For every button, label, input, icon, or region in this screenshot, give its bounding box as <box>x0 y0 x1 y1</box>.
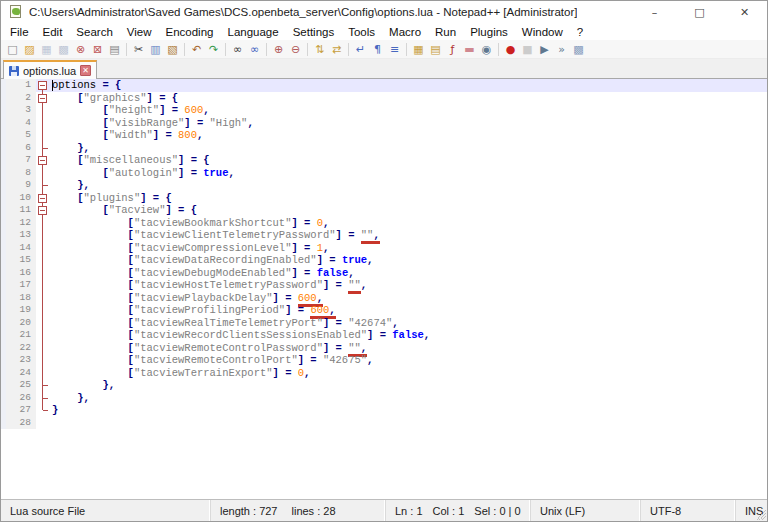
code-text[interactable]: ["tacviewRealTimeTelemetryPort"] = "4267… <box>50 317 767 330</box>
function-list-icon[interactable]: ƒ <box>444 41 461 58</box>
line-number[interactable]: 17 <box>6 279 36 292</box>
minimize-button[interactable]: – <box>632 1 677 23</box>
macro-play-icon[interactable]: ▶ <box>536 41 553 58</box>
word-wrap-icon[interactable]: ↵ <box>352 41 369 58</box>
menu-file[interactable]: File <box>3 25 36 39</box>
code-text[interactable]: ["tacviewDataRecordingEnabled"] = true, <box>50 254 767 267</box>
code-text[interactable]: ["width"] = 800, <box>50 129 767 142</box>
copy-icon[interactable]: ▥ <box>147 41 164 58</box>
menu-tools[interactable]: Tools <box>341 25 382 39</box>
tab-options-lua[interactable]: options.lua ✕ <box>3 60 97 79</box>
line-number[interactable]: 10 <box>6 192 36 205</box>
new-file-icon[interactable]: □ <box>4 41 21 58</box>
cut-icon[interactable]: ✂ <box>130 41 147 58</box>
close-button[interactable]: ✕ <box>722 1 767 23</box>
line-number[interactable]: 24 <box>6 367 36 380</box>
line-number[interactable]: 27 <box>6 404 36 417</box>
line-number[interactable]: 28 <box>6 417 36 430</box>
line-number[interactable]: 12 <box>6 217 36 230</box>
tab-close-icon[interactable]: ✕ <box>80 65 91 76</box>
line-number[interactable]: 9 <box>6 179 36 192</box>
line-number[interactable]: 19 <box>6 304 36 317</box>
fold-collapse-icon[interactable] <box>36 192 50 205</box>
code-text[interactable]: ["tacviewHostTelemetryPassword"] = "", <box>50 279 767 292</box>
menu-help[interactable]: ? <box>570 25 590 39</box>
menu-window[interactable]: Window <box>515 25 570 39</box>
menu-settings[interactable]: Settings <box>286 25 342 39</box>
folder-as-workspace-icon[interactable]: ▬ <box>461 41 478 58</box>
zoom-out-icon[interactable]: ⊖ <box>287 41 304 58</box>
line-number[interactable]: 7 <box>6 154 36 167</box>
code-text[interactable]: ["tacviewRecordClientsSessionsEnabled"] … <box>50 329 767 342</box>
menu-view[interactable]: View <box>120 25 159 39</box>
menu-search[interactable]: Search <box>69 25 119 39</box>
line-number[interactable]: 16 <box>6 267 36 280</box>
line-number[interactable]: 13 <box>6 229 36 242</box>
menu-language[interactable]: Language <box>220 25 285 39</box>
code-text[interactable]: ["tacviewClientTelemetryPassword"] = "", <box>50 229 767 242</box>
indent-guide-icon[interactable]: ≡ <box>386 41 403 58</box>
fold-collapse-icon[interactable] <box>36 154 50 167</box>
fold-collapse-icon[interactable] <box>36 204 50 217</box>
status-encoding[interactable]: UTF-8 <box>641 500 736 521</box>
redo-icon[interactable]: ↷ <box>205 41 222 58</box>
show-all-characters-icon[interactable]: ¶ <box>369 41 386 58</box>
line-number[interactable]: 1 <box>6 79 36 92</box>
code-text[interactable]: ["Tacview"] = { <box>50 204 767 217</box>
code-text[interactable]: options = { <box>50 79 767 92</box>
resize-grip[interactable] <box>756 510 766 520</box>
code-text[interactable]: }, <box>50 142 767 155</box>
code-text[interactable] <box>50 417 767 430</box>
code-text[interactable]: }, <box>50 179 767 192</box>
line-number[interactable]: 6 <box>6 142 36 155</box>
line-number[interactable]: 8 <box>6 167 36 180</box>
macro-run-multiple-icon[interactable]: » <box>553 41 570 58</box>
status-eol-format[interactable]: Unix (LF) <box>531 500 641 521</box>
sync-vertical-scrolling-icon[interactable]: ⇅ <box>311 41 328 58</box>
fold-collapse-icon[interactable] <box>36 92 50 105</box>
line-number[interactable]: 4 <box>6 117 36 130</box>
close-all-icon[interactable]: ⊠ <box>89 41 106 58</box>
code-text[interactable]: ["tacviewRemoteControlPort"] = "42675", <box>50 354 767 367</box>
document-list-icon[interactable]: ▤ <box>427 41 444 58</box>
line-number[interactable]: 21 <box>6 329 36 342</box>
line-number[interactable]: 3 <box>6 104 36 117</box>
code-text[interactable]: ["graphics"] = { <box>50 92 767 105</box>
line-number[interactable]: 26 <box>6 392 36 405</box>
monitoring-eye-icon[interactable]: ◉ <box>478 41 495 58</box>
menu-run[interactable]: Run <box>428 25 463 39</box>
close-icon[interactable]: ⊗ <box>72 41 89 58</box>
menu-edit[interactable]: Edit <box>36 25 70 39</box>
fold-collapse-icon[interactable] <box>36 79 50 92</box>
code-text[interactable]: ["tacviewRemoteControlPassword"] = "", <box>50 342 767 355</box>
line-number[interactable]: 23 <box>6 354 36 367</box>
code-text[interactable]: ["autologin"] = true, <box>50 167 767 180</box>
macro-record-icon[interactable]: ● <box>502 41 519 58</box>
line-number[interactable]: 14 <box>6 242 36 255</box>
line-number[interactable]: 18 <box>6 292 36 305</box>
replace-icon[interactable]: ∞ <box>246 41 263 58</box>
editor-pane[interactable]: 1options = {2 ["graphics"] = {3 ["height… <box>1 79 767 499</box>
line-number[interactable]: 11 <box>6 204 36 217</box>
line-number[interactable]: 22 <box>6 342 36 355</box>
code-text[interactable]: }, <box>50 392 767 405</box>
menu-plugins[interactable]: Plugins <box>463 25 515 39</box>
document-map-icon[interactable]: ▦ <box>410 41 427 58</box>
paste-icon[interactable]: ▧ <box>164 41 181 58</box>
print-icon[interactable]: ▤ <box>106 41 123 58</box>
code-text[interactable]: ["height"] = 600, <box>50 104 767 117</box>
line-number[interactable]: 25 <box>6 379 36 392</box>
line-number[interactable]: 5 <box>6 129 36 142</box>
undo-icon[interactable]: ↶ <box>188 41 205 58</box>
code-text[interactable]: ["plugins"] = { <box>50 192 767 205</box>
open-folder-icon[interactable]: ▨ <box>21 41 38 58</box>
find-icon[interactable]: ∞ <box>229 41 246 58</box>
code-text[interactable]: } <box>50 404 767 417</box>
code-text[interactable]: }, <box>50 379 767 392</box>
menu-encoding[interactable]: Encoding <box>159 25 221 39</box>
code-text[interactable]: ["tacviewProfilingPeriod"] = 600, <box>50 304 767 317</box>
zoom-in-icon[interactable]: ⊕ <box>270 41 287 58</box>
sync-horizontal-scrolling-icon[interactable]: ⇄ <box>328 41 345 58</box>
line-number[interactable]: 20 <box>6 317 36 330</box>
menu-macro[interactable]: Macro <box>382 25 428 39</box>
